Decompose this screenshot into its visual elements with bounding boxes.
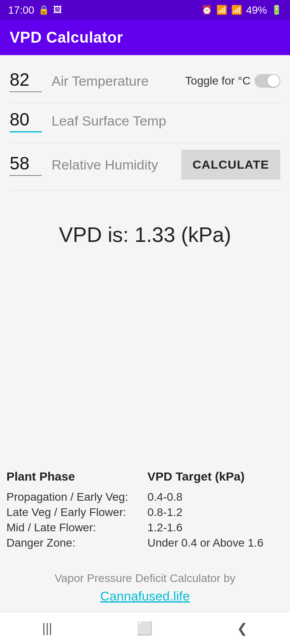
vpd-result: VPD is: 1.33 (kPa) [10, 190, 280, 271]
calculate-button[interactable]: CALCULATE [181, 150, 280, 180]
air-temp-label: Air Temperature [52, 73, 176, 89]
toggle-container: Toggle for °C [185, 74, 280, 88]
ref-phase-1: Late Veg / Early Flower: [6, 506, 139, 519]
app-header: VPD Calculator [0, 20, 290, 55]
vpd-result-text: VPD is: 1.33 (kPa) [59, 223, 231, 246]
leaf-temp-row: Leaf Surface Temp [10, 103, 280, 139]
signal-icon: 📶 [231, 5, 242, 15]
reference-table: Plant Phase VPD Target (kPa) Propagation… [0, 458, 290, 560]
leaf-temp-input[interactable] [10, 109, 42, 132]
ref-header-phase: Plant Phase [6, 470, 139, 483]
lock-icon: 🔒 [38, 5, 49, 15]
celsius-toggle[interactable] [255, 74, 280, 88]
nav-back-icon[interactable]: ❮ [237, 621, 248, 636]
alarm-icon: ⏰ [201, 5, 212, 15]
image-icon: 🖼 [53, 5, 62, 15]
header-title: VPD Calculator [10, 29, 123, 46]
status-right: ⏰ 📶 📶 49% 🔋 [201, 4, 282, 17]
ref-row-3: Danger Zone: Under 0.4 or Above 1.6 [6, 537, 284, 549]
ref-row-1: Late Veg / Early Flower: 0.8-1.2 [6, 506, 284, 519]
ref-phase-0: Propagation / Early Veg: [6, 491, 139, 504]
battery-icon: 🔋 [271, 5, 282, 15]
humidity-row: Relative Humidity CALCULATE [10, 143, 280, 186]
status-left: 17:00 🔒 🖼 [8, 4, 62, 17]
toggle-label: Toggle for °C [185, 74, 251, 87]
air-temp-row: Air Temperature Toggle for °C [10, 63, 280, 99]
nav-home-icon[interactable]: ⬜ [137, 621, 153, 636]
footer-text: Vapor Pressure Deficit Calculator by [0, 560, 290, 589]
main-content: Air Temperature Toggle for °C Leaf Surfa… [0, 55, 290, 458]
ref-value-3: Under 0.4 or Above 1.6 [147, 537, 263, 549]
ref-value-2: 1.2-1.6 [147, 521, 182, 534]
ref-phase-2: Mid / Late Flower: [6, 521, 139, 534]
footer-link[interactable]: Cannafused.life [0, 589, 290, 612]
ref-header-value: VPD Target (kPa) [147, 470, 244, 483]
ref-row-0: Propagation / Early Veg: 0.4-0.8 [6, 491, 284, 504]
ref-row-2: Mid / Late Flower: 1.2-1.6 [6, 521, 284, 534]
ref-phase-3: Danger Zone: [6, 537, 139, 549]
humidity-label: Relative Humidity [52, 157, 172, 173]
battery-text: 49% [246, 4, 267, 17]
status-bar: 17:00 🔒 🖼 ⏰ 📶 📶 49% 🔋 [0, 0, 290, 20]
toggle-knob [267, 75, 280, 87]
status-time: 17:00 [8, 4, 34, 17]
ref-value-1: 0.8-1.2 [147, 506, 182, 519]
nav-menu-icon[interactable]: ||| [42, 621, 52, 636]
air-temp-input[interactable] [10, 70, 42, 92]
nav-bar: ||| ⬜ ❮ [0, 612, 290, 644]
humidity-input[interactable] [10, 153, 42, 176]
leaf-temp-label: Leaf Surface Temp [52, 113, 280, 129]
wifi-icon: 📶 [216, 5, 227, 15]
ref-header-row: Plant Phase VPD Target (kPa) [6, 470, 284, 488]
ref-value-0: 0.4-0.8 [147, 491, 182, 504]
